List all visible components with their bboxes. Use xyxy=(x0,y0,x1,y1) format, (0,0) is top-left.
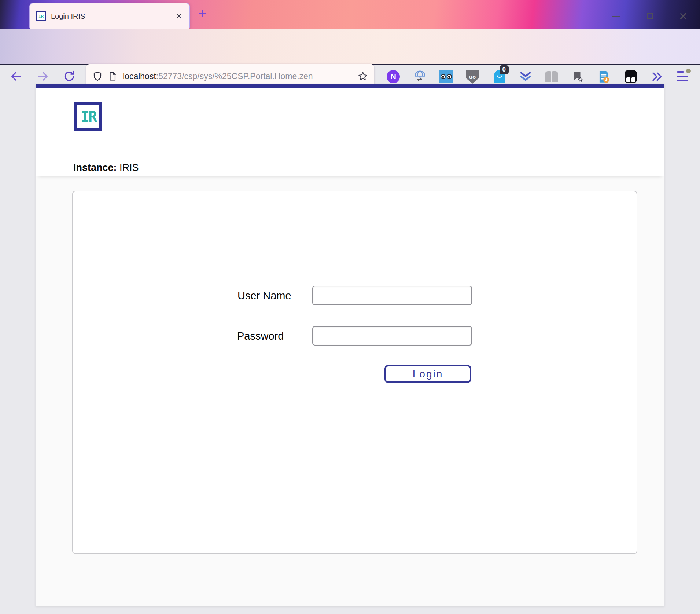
url-host: localhost xyxy=(123,72,156,81)
instance-label: Instance: xyxy=(73,162,117,173)
menu-bar xyxy=(677,76,688,77)
toolbar-overflow-button[interactable] xyxy=(650,70,664,84)
extension-document-download[interactable] xyxy=(597,70,611,84)
forward-arrow-icon xyxy=(37,70,49,83)
double-chevron-icon xyxy=(519,70,533,83)
navigation-toolbar: localhost:52773/csp/sys/%25CSP.Portal.Ho… xyxy=(0,29,700,65)
extension-ghost[interactable]: 0 xyxy=(493,70,506,84)
iris-favicon: IR xyxy=(36,11,46,21)
card-top-accent-bar xyxy=(36,84,664,88)
login-panel xyxy=(72,191,637,554)
ghost-badge-count: 0 xyxy=(500,65,509,74)
extension-bookmark-star[interactable] xyxy=(571,70,585,84)
document-download-icon xyxy=(597,69,611,84)
reload-icon xyxy=(63,70,75,83)
shield-icon[interactable] xyxy=(92,71,103,82)
password-label: Password xyxy=(237,330,284,342)
address-text[interactable]: localhost:52773/csp/sys/%25CSP.Portal.Ho… xyxy=(123,72,353,81)
page-info-icon[interactable] xyxy=(107,71,118,82)
double-arrow-right-icon xyxy=(651,70,663,83)
password-input[interactable] xyxy=(312,326,472,346)
extension-umbrella[interactable] xyxy=(413,70,427,84)
instance-value: IRIS xyxy=(119,162,139,173)
extension-open-book[interactable] xyxy=(545,70,559,84)
umbrella-icon xyxy=(413,70,427,84)
ublock-shield-icon: uo xyxy=(466,70,479,84)
forward-button[interactable] xyxy=(36,69,50,83)
extension-dark-mask[interactable] xyxy=(624,70,638,84)
open-book-icon xyxy=(545,71,558,82)
minimize-icon xyxy=(612,16,620,17)
window-maximize-button[interactable] xyxy=(643,10,657,23)
bookmark-star-extension-icon xyxy=(571,70,584,84)
iris-logo: IR xyxy=(74,102,102,131)
extension-ublock-origin[interactable]: uo xyxy=(465,70,479,84)
n-circle-icon: N xyxy=(387,70,400,83)
googly-eyes-icon xyxy=(439,70,453,83)
menu-bar xyxy=(677,80,688,81)
instance-line: Instance: IRIS xyxy=(73,162,139,173)
username-input[interactable] xyxy=(312,286,472,305)
extension-googly-eyes[interactable] xyxy=(439,70,453,84)
username-label: User Name xyxy=(237,290,291,302)
tab-login-iris[interactable]: IR Login IRIS × xyxy=(29,3,190,29)
back-arrow-icon xyxy=(10,70,22,83)
url-path: :52773/csp/sys/%25CSP.Portal.Home.zen xyxy=(156,72,313,81)
window-close-button[interactable]: × xyxy=(676,10,690,23)
ghost-icon: 0 xyxy=(494,70,505,83)
reload-button[interactable] xyxy=(62,69,76,83)
bookmark-star-icon[interactable] xyxy=(357,71,368,82)
login-button[interactable]: Login xyxy=(384,365,471,383)
maximize-icon xyxy=(647,13,653,19)
extension-double-chevron[interactable] xyxy=(519,70,533,84)
menu-notification-dot xyxy=(686,69,691,73)
app-menu-button[interactable] xyxy=(677,70,690,83)
new-tab-button[interactable]: + xyxy=(198,6,207,21)
tab-title: Login IRIS xyxy=(51,12,174,21)
menu-bar xyxy=(677,71,684,73)
tab-bar: IR Login IRIS × + × xyxy=(0,0,700,29)
screen: IR Login IRIS × + × localhost:52773/csp/… xyxy=(0,0,700,614)
url-fade xyxy=(327,72,353,81)
dark-mask-icon xyxy=(625,70,637,83)
extension-n-circle[interactable]: N xyxy=(386,70,400,84)
back-button[interactable] xyxy=(9,69,23,83)
tab-close-icon[interactable]: × xyxy=(174,11,183,21)
window-minimize-button[interactable] xyxy=(609,10,624,23)
